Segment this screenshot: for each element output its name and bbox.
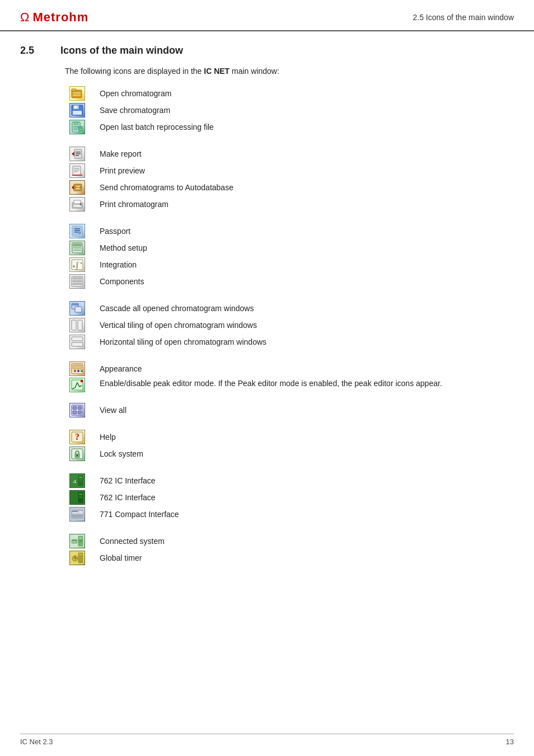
htile-icon [69,335,85,349]
list-item: Method setup [65,240,514,256]
print-chromatogram-label: Print chromatogram [100,200,514,209]
svg-point-36 [80,204,82,205]
print-preview-icon [69,163,85,178]
section-heading: 2.5 Icons of the main window [20,45,514,57]
svg-text:-1: -1 [73,480,76,483]
svg-rect-12 [73,129,77,130]
header: Ω Metrohm 2.5 Icons of the main window [0,0,534,31]
open-chromatogram-label: Open chromatogram [100,89,514,98]
762-ic-interface-a-icon: -1 [69,473,85,488]
icon-cell [65,224,90,238]
open-chromatogram-icon [69,86,85,101]
header-section-ref: 2.5 Icons of the main window [413,13,514,22]
svg-rect-16 [79,129,81,130]
svg-rect-82 [79,479,82,480]
vtile-label: Vertical tiling of open chromatogram win… [100,321,514,330]
svg-rect-89 [79,497,82,498]
svg-point-78 [77,455,78,457]
lock-system-icon [69,447,85,461]
icon-group-7: -1 762 IC Interface 762 IC Interface [65,473,514,522]
connected-system-icon [69,534,85,548]
intro-after: main window: [229,67,279,76]
svg-rect-100 [79,542,82,542]
svg-rect-102 [72,540,77,541]
list-item: Print preview [65,163,514,179]
771-compact-interface-label: 771 Compact Interface [100,510,514,519]
icon-group-3: Passport Method setup ∫ [65,223,514,289]
help-label: Help [100,433,514,442]
components-icon [69,274,85,289]
logo-text: Metrohm [32,10,88,25]
intro-before: The following icons are displayed in the [65,67,204,76]
svg-rect-99 [79,540,82,541]
icon-cell [65,120,90,134]
icon-group-5: Appearance Enable/disable peak editor mo… [65,361,514,418]
print-chromatogram-icon [69,197,85,212]
svg-rect-19 [76,152,81,153]
svg-rect-73 [78,411,82,414]
svg-rect-70 [73,406,77,410]
svg-point-64 [74,370,76,372]
svg-rect-81 [79,477,82,478]
svg-rect-63 [73,365,82,369]
icon-cell: ∫ [65,257,90,272]
list-item: Send chromatograms to Autodatabase [65,180,514,195]
help-icon: ? [69,430,85,444]
svg-rect-71 [78,406,82,410]
svg-rect-45 [73,247,81,248]
list-item: Open last batch reprocessing file [65,119,514,135]
integration-label: Integration [100,260,514,269]
icon-list: Open chromatogram Save chromatogram [65,86,514,566]
integration-icon: ∫ [69,257,85,272]
list-item: ∫ Integration [65,257,514,273]
icon-cell: -1 [65,473,90,488]
svg-point-42 [78,232,81,234]
intro-bold: IC NET [204,67,229,76]
svg-point-49 [73,265,75,267]
762-ic-interface-a-label: 762 IC Interface [100,476,514,485]
svg-rect-1 [72,89,76,91]
svg-rect-60 [72,337,83,341]
svg-point-66 [81,370,83,372]
icon-group-8: Connected system Global timer [65,533,514,566]
svg-point-30 [75,187,81,190]
icon-group-1: Open chromatogram Save chromatogram [65,86,514,135]
svg-rect-41 [74,232,78,233]
svg-rect-88 [79,496,82,496]
icon-cell: ? [65,430,90,444]
list-item: Appearance [65,361,514,377]
section-number: 2.5 [20,45,47,57]
icon-cell [65,241,90,255]
icon-cell [65,378,90,392]
svg-point-29 [75,185,81,187]
cascade-label: Cascade all opened chromatogram windows [100,304,514,313]
logo: Ω Metrohm [20,10,88,25]
footer-right: 13 [506,738,514,746]
icon-cell [65,447,90,461]
icon-cell [65,180,90,195]
list-item: 762 IC Interface [65,490,514,505]
svg-rect-23 [74,168,79,169]
list-item: -1 762 IC Interface [65,473,514,489]
svg-marker-17 [72,152,74,156]
icon-group-4: Cascade all opened chromatogram windows … [65,300,514,350]
svg-point-50 [81,262,82,264]
list-item: Vertical tiling of open chromatogram win… [65,317,514,333]
icon-cell [65,490,90,505]
section-title: Icons of the main window [60,45,183,57]
view-all-icon [69,403,85,417]
icon-cell [65,534,90,548]
peak-editor-icon [69,378,85,392]
list-item: Save chromatogram [65,102,514,118]
list-item: Global timer [65,550,514,566]
svg-rect-61 [72,342,83,346]
cascade-icon [69,301,85,316]
intro-text: The following icons are displayed in the… [65,67,514,76]
svg-rect-25 [74,171,78,172]
icon-cell [65,147,90,161]
icon-cell [65,318,90,332]
list-item: Lock system [65,446,514,462]
icon-cell [65,301,90,316]
svg-rect-56 [75,307,82,312]
svg-rect-40 [74,230,80,231]
